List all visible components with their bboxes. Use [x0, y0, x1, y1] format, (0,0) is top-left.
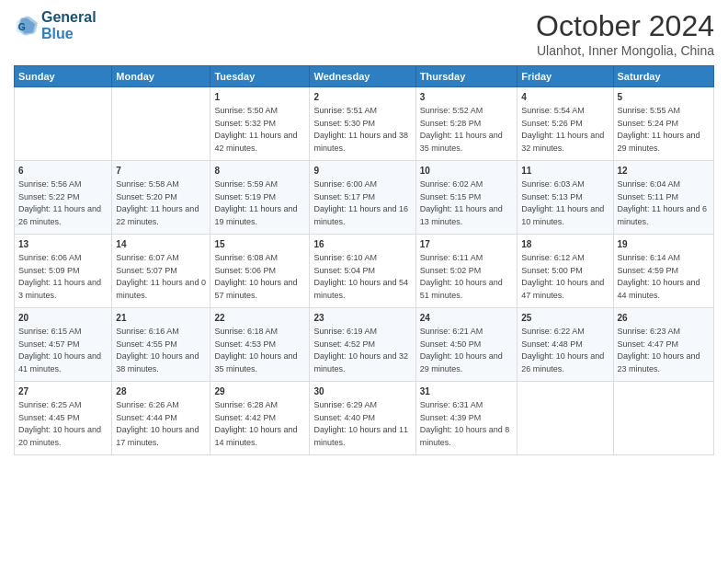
sunrise-text: Sunrise: 6:26 AMSunset: 4:44 PMDaylight:… — [116, 400, 199, 447]
day-number: 8 — [214, 165, 305, 178]
sunrise-text: Sunrise: 6:23 AMSunset: 4:47 PMDaylight:… — [618, 327, 700, 373]
week-row-5: 27Sunrise: 6:25 AMSunset: 4:45 PMDayligh… — [15, 382, 714, 455]
logo-icon: G — [14, 13, 40, 39]
col-wednesday: Wednesday — [310, 66, 415, 87]
day-number: 2 — [313, 91, 411, 104]
day-number: 7 — [116, 165, 206, 178]
day-number: 24 — [420, 312, 513, 325]
cell-5-3: 29Sunrise: 6:28 AMSunset: 4:42 PMDayligh… — [210, 382, 310, 455]
day-number: 13 — [18, 238, 108, 251]
cell-1-6: 4Sunrise: 5:54 AMSunset: 5:26 PMDaylight… — [518, 87, 613, 161]
week-row-4: 20Sunrise: 6:15 AMSunset: 4:57 PMDayligh… — [15, 308, 714, 382]
sunrise-text: Sunrise: 6:16 AMSunset: 4:55 PMDaylight:… — [116, 327, 199, 373]
day-number: 30 — [313, 385, 411, 398]
sunrise-text: Sunrise: 6:07 AMSunset: 5:07 PMDaylight:… — [116, 253, 206, 300]
sunrise-text: Sunrise: 6:11 AMSunset: 5:02 PMDaylight:… — [420, 253, 503, 300]
cell-4-4: 23Sunrise: 6:19 AMSunset: 4:52 PMDayligh… — [310, 308, 415, 382]
sunrise-text: Sunrise: 6:12 AMSunset: 5:00 PMDaylight:… — [521, 253, 604, 300]
cell-5-2: 28Sunrise: 6:26 AMSunset: 4:44 PMDayligh… — [112, 382, 210, 455]
sunrise-text: Sunrise: 6:19 AMSunset: 4:52 PMDaylight:… — [313, 327, 408, 373]
day-number: 6 — [18, 165, 108, 178]
cell-1-1 — [15, 87, 112, 161]
title-area: October 2024 Ulanhot, Inner Mongolia, Ch… — [536, 9, 714, 58]
header: G GeneralBlue October 2024 Ulanhot, Inne… — [14, 9, 714, 58]
sunrise-text: Sunrise: 6:10 AMSunset: 5:04 PMDaylight:… — [313, 253, 408, 300]
cell-2-6: 11Sunrise: 6:03 AMSunset: 5:13 PMDayligh… — [518, 161, 613, 235]
cell-1-2 — [112, 87, 210, 161]
cell-2-5: 10Sunrise: 6:02 AMSunset: 5:15 PMDayligh… — [415, 161, 517, 235]
sunrise-text: Sunrise: 5:59 AMSunset: 5:19 PMDaylight:… — [214, 179, 297, 226]
calendar-table: Sunday Monday Tuesday Wednesday Thursday… — [14, 65, 714, 455]
sunrise-text: Sunrise: 6:02 AMSunset: 5:15 PMDaylight:… — [420, 179, 503, 226]
cell-3-5: 17Sunrise: 6:11 AMSunset: 5:02 PMDayligh… — [415, 235, 517, 308]
day-number: 1 — [214, 91, 305, 104]
day-number: 4 — [521, 91, 609, 104]
col-thursday: Thursday — [415, 66, 517, 87]
sunrise-text: Sunrise: 6:21 AMSunset: 4:50 PMDaylight:… — [420, 327, 503, 373]
day-number: 16 — [313, 238, 411, 251]
logo: G GeneralBlue — [14, 9, 97, 41]
cell-2-4: 9Sunrise: 6:00 AMSunset: 5:17 PMDaylight… — [310, 161, 415, 235]
cell-5-1: 27Sunrise: 6:25 AMSunset: 4:45 PMDayligh… — [15, 382, 112, 455]
day-number: 19 — [618, 238, 710, 251]
sunrise-text: Sunrise: 5:50 AMSunset: 5:32 PMDaylight:… — [214, 106, 297, 153]
cell-4-2: 21Sunrise: 6:16 AMSunset: 4:55 PMDayligh… — [112, 308, 210, 382]
week-row-2: 6Sunrise: 5:56 AMSunset: 5:22 PMDaylight… — [15, 161, 714, 235]
cell-4-6: 25Sunrise: 6:22 AMSunset: 4:48 PMDayligh… — [518, 308, 613, 382]
cell-2-3: 8Sunrise: 5:59 AMSunset: 5:19 PMDaylight… — [210, 161, 310, 235]
day-number: 26 — [618, 312, 710, 325]
logo-text: GeneralBlue — [41, 9, 97, 41]
day-number: 15 — [214, 238, 305, 251]
sunrise-text: Sunrise: 6:15 AMSunset: 4:57 PMDaylight:… — [18, 327, 101, 373]
header-row: Sunday Monday Tuesday Wednesday Thursday… — [15, 66, 714, 87]
sunrise-text: Sunrise: 6:08 AMSunset: 5:06 PMDaylight:… — [214, 253, 297, 300]
cell-4-1: 20Sunrise: 6:15 AMSunset: 4:57 PMDayligh… — [15, 308, 112, 382]
day-number: 14 — [116, 238, 206, 251]
col-tuesday: Tuesday — [210, 66, 310, 87]
sunrise-text: Sunrise: 5:58 AMSunset: 5:20 PMDaylight:… — [116, 179, 199, 226]
day-number: 22 — [214, 312, 305, 325]
col-friday: Friday — [518, 66, 613, 87]
day-number: 23 — [313, 312, 411, 325]
sunrise-text: Sunrise: 6:29 AMSunset: 4:40 PMDaylight:… — [313, 400, 408, 447]
sunrise-text: Sunrise: 6:14 AMSunset: 4:59 PMDaylight:… — [618, 253, 700, 300]
day-number: 17 — [420, 238, 513, 251]
day-number: 25 — [521, 312, 609, 325]
day-number: 5 — [618, 91, 710, 104]
sunrise-text: Sunrise: 6:06 AMSunset: 5:09 PMDaylight:… — [18, 253, 101, 300]
week-row-3: 13Sunrise: 6:06 AMSunset: 5:09 PMDayligh… — [15, 235, 714, 308]
svg-text:G: G — [18, 21, 26, 31]
cell-1-5: 3Sunrise: 5:52 AMSunset: 5:28 PMDaylight… — [415, 87, 517, 161]
day-number: 11 — [521, 165, 609, 178]
day-number: 18 — [521, 238, 609, 251]
sunrise-text: Sunrise: 5:56 AMSunset: 5:22 PMDaylight:… — [18, 179, 101, 226]
day-number: 29 — [214, 385, 305, 398]
cell-4-7: 26Sunrise: 6:23 AMSunset: 4:47 PMDayligh… — [613, 308, 713, 382]
cell-1-7: 5Sunrise: 5:55 AMSunset: 5:24 PMDaylight… — [613, 87, 713, 161]
cell-2-2: 7Sunrise: 5:58 AMSunset: 5:20 PMDaylight… — [112, 161, 210, 235]
cell-4-3: 22Sunrise: 6:18 AMSunset: 4:53 PMDayligh… — [210, 308, 310, 382]
day-number: 21 — [116, 312, 206, 325]
cell-3-1: 13Sunrise: 6:06 AMSunset: 5:09 PMDayligh… — [15, 235, 112, 308]
cell-1-4: 2Sunrise: 5:51 AMSunset: 5:30 PMDaylight… — [310, 87, 415, 161]
sunrise-text: Sunrise: 6:04 AMSunset: 5:11 PMDaylight:… — [618, 179, 708, 226]
day-number: 10 — [420, 165, 513, 178]
day-number: 3 — [420, 91, 513, 104]
cell-2-7: 12Sunrise: 6:04 AMSunset: 5:11 PMDayligh… — [613, 161, 713, 235]
cell-3-6: 18Sunrise: 6:12 AMSunset: 5:00 PMDayligh… — [518, 235, 613, 308]
cell-3-3: 15Sunrise: 6:08 AMSunset: 5:06 PMDayligh… — [210, 235, 310, 308]
cell-5-5: 31Sunrise: 6:31 AMSunset: 4:39 PMDayligh… — [415, 382, 517, 455]
day-number: 12 — [618, 165, 710, 178]
sunrise-text: Sunrise: 6:28 AMSunset: 4:42 PMDaylight:… — [214, 400, 297, 447]
sunrise-text: Sunrise: 5:52 AMSunset: 5:28 PMDaylight:… — [420, 106, 503, 153]
sunrise-text: Sunrise: 5:51 AMSunset: 5:30 PMDaylight:… — [313, 106, 408, 153]
cell-5-7 — [613, 382, 713, 455]
cell-3-4: 16Sunrise: 6:10 AMSunset: 5:04 PMDayligh… — [310, 235, 415, 308]
sunrise-text: Sunrise: 6:31 AMSunset: 4:39 PMDaylight:… — [420, 400, 510, 447]
month-title: October 2024 — [536, 9, 714, 43]
cell-1-3: 1Sunrise: 5:50 AMSunset: 5:32 PMDaylight… — [210, 87, 310, 161]
day-number: 27 — [18, 385, 108, 398]
col-saturday: Saturday — [613, 66, 713, 87]
sunrise-text: Sunrise: 6:18 AMSunset: 4:53 PMDaylight:… — [214, 327, 297, 373]
sunrise-text: Sunrise: 6:22 AMSunset: 4:48 PMDaylight:… — [521, 327, 604, 373]
